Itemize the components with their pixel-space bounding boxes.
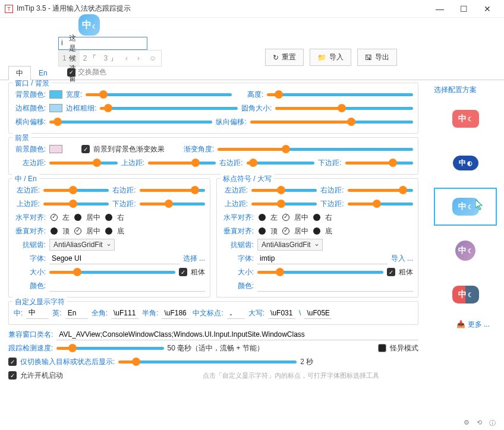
zhen-left-slider[interactable] (43, 186, 109, 194)
bottom-bar: ⚙ ⟲ ⓘ (464, 419, 496, 428)
reset-button[interactable]: ↻ 重置 (265, 49, 304, 66)
tab-zh[interactable]: 中 (8, 66, 31, 80)
pc-halign-left-radio[interactable] (259, 214, 266, 221)
candidate-item[interactable]: 2「 (80, 50, 100, 66)
switch-show-check[interactable]: ✓ (8, 358, 17, 366)
gradient-check[interactable]: ✓ (81, 145, 90, 153)
group-custom-chars: 自定义显示字符 中: 英: 全角: 半角: 中文标点: 大写: \ (8, 301, 418, 325)
import-button[interactable]: 📁 导入 (310, 49, 351, 66)
valign-bottom-radio[interactable] (105, 227, 112, 235)
tab-en[interactable]: En (31, 67, 55, 79)
maximize-button[interactable]: ☐ (452, 1, 475, 17)
preview-area: 中 i 1这是候选窗 2「 3」 ‹ › ☺ ↻ 重置 📁 导入 🖫 导出 (0, 18, 504, 62)
halign-left-radio[interactable] (51, 214, 58, 221)
pc-halign-right-radio[interactable] (313, 214, 320, 221)
group-punct-caps: 标点符号 / 大写 左边距: 右边距: 上边距: 下边距: 水平对齐: 左 居中… (216, 178, 418, 298)
font-select-link[interactable]: 选择 ... (183, 254, 205, 264)
height-slider[interactable] (267, 90, 413, 99)
bg-color-swatch[interactable] (49, 90, 62, 99)
pc-right-slider[interactable] (348, 186, 413, 194)
bold1-check[interactable]: ✓ (179, 268, 187, 276)
fg-color-swatch[interactable] (49, 145, 62, 153)
color2-input[interactable] (257, 280, 413, 292)
export-button[interactable]: 🖫 导出 (357, 49, 397, 66)
zhen-bottom-slider[interactable] (140, 200, 205, 208)
halign-right-radio[interactable] (105, 214, 112, 221)
pc-valign-top-radio[interactable] (259, 227, 266, 235)
pc-bottom-slider[interactable] (348, 200, 413, 208)
close-button[interactable]: ✕ (475, 1, 499, 17)
app-icon: T (5, 5, 13, 13)
v-offset-slider[interactable] (250, 118, 413, 126)
candidate-prev[interactable]: ‹ (121, 54, 133, 62)
char-zh-input[interactable] (26, 308, 49, 319)
char-slash-input[interactable] (304, 308, 332, 319)
h-offset-slider[interactable] (49, 118, 212, 126)
valign-top-radio[interactable] (51, 227, 58, 235)
bold2-check[interactable]: ✓ (387, 268, 395, 276)
halign-center-radio[interactable] (74, 214, 81, 221)
size1-slider[interactable] (49, 268, 175, 276)
pc-left-slider[interactable] (251, 186, 317, 194)
startup-check[interactable]: ✓ (8, 371, 17, 380)
candidate-bar: 1这是候选窗 2「 3」 ‹ › ☺ (58, 50, 162, 67)
fg-left-slider[interactable] (49, 159, 118, 167)
minimize-button[interactable]: — (428, 1, 452, 17)
scheme-item-5[interactable]: 中☾ (434, 276, 497, 314)
candidate-next[interactable]: › (133, 54, 144, 62)
antialias-select[interactable]: AntiAliasGridFit (49, 239, 115, 251)
scheme-panel: 选择配置方案 中☾ 中◐ 中☾ 中☾ 中☾ 📥 更多 ... (427, 80, 504, 427)
scheme-item-2[interactable]: 中◐ (434, 144, 497, 182)
scheme-item-3[interactable]: 中☾ (434, 188, 497, 226)
titlebar: T ImTip 3.5 - 通用输入法状态跟踪提示 — ☐ ✕ (0, 0, 504, 18)
valign-center-radio[interactable] (74, 227, 81, 235)
window-title: ImTip 3.5 - 通用输入法状态跟踪提示 (17, 4, 428, 14)
info-icon[interactable]: ⓘ (489, 419, 496, 428)
char-half-input[interactable] (162, 308, 189, 319)
pc-top-slider[interactable] (251, 200, 317, 208)
pc-antialias-select[interactable]: AntiAliasGridFit (257, 239, 323, 251)
size2-slider[interactable] (257, 268, 383, 276)
gradient-angle-slider[interactable] (218, 145, 413, 153)
refresh-icon[interactable]: ⟲ (477, 419, 482, 428)
pc-halign-center-radio[interactable] (282, 214, 289, 221)
zhen-right-slider[interactable] (140, 186, 205, 194)
corner-slider[interactable] (275, 104, 413, 112)
candidate-item[interactable]: 3」 (100, 50, 121, 66)
pc-valign-center-radio[interactable] (282, 227, 289, 235)
font2-input[interactable] (257, 253, 388, 264)
zhen-top-slider[interactable] (43, 200, 109, 208)
candidate-item[interactable]: 1这是候选窗 (59, 50, 80, 66)
preview-badge: 中 (78, 14, 100, 36)
fg-right-slider[interactable] (247, 159, 315, 167)
candidate-emoji[interactable]: ☺ (144, 54, 161, 62)
settings-icon[interactable]: ⚙ (464, 419, 470, 428)
group-zh-en: 中 / En 左边距: 右边距: 上边距: 下边距: 水平对齐: 左 居中 右 … (8, 178, 210, 298)
group-foreground: 前景 前景颜色: ✓ 前景到背景色渐变效果 渐变角度: 左边距: 上边距: 右边… (8, 137, 418, 175)
char-cnpunct-input[interactable] (227, 308, 245, 319)
scheme-item-4[interactable]: 中☾ (434, 232, 497, 270)
group-window-bg: 窗口 / 背景 背景颜色: 宽度: 高度: 边框颜色: 边框粗细: 圆角大小: … (8, 83, 418, 134)
weird-mode-check[interactable] (378, 344, 386, 352)
font-import-link[interactable]: 导入 ... (391, 254, 413, 264)
switch-show-slider[interactable] (118, 358, 297, 366)
scheme-item-1[interactable]: 中☾ (434, 100, 497, 138)
fg-top-slider[interactable] (148, 159, 216, 167)
font1-input[interactable] (49, 253, 179, 264)
char-en-input[interactable] (65, 308, 88, 319)
detect-speed-slider[interactable] (56, 344, 163, 352)
border-color-swatch[interactable] (49, 104, 62, 112)
color1-input[interactable] (49, 280, 205, 292)
char-full-input[interactable] (111, 308, 138, 319)
fg-bottom-slider[interactable] (345, 159, 414, 167)
compat-class-input[interactable] (56, 329, 418, 340)
char-caps-input[interactable] (268, 308, 295, 319)
more-schemes-link[interactable]: 📥 更多 ... (434, 320, 497, 330)
pc-valign-bottom-radio[interactable] (313, 227, 320, 235)
border-weight-slider[interactable] (100, 104, 238, 112)
width-slider[interactable] (86, 90, 232, 99)
